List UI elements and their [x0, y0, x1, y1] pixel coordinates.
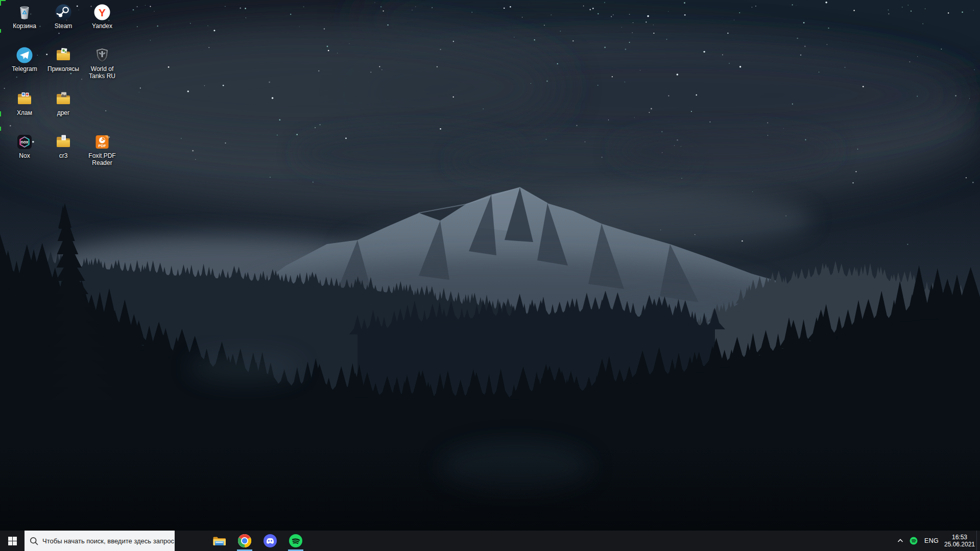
taskbar-app-spotify[interactable]: [283, 531, 308, 551]
system-tray: ENG 16:53 25.06.2021: [894, 531, 980, 551]
world-of-tanks-shield-icon: [93, 46, 111, 64]
tray-language-indicator[interactable]: ENG: [920, 531, 943, 551]
desktop-icon-nox[interactable]: nox Nox: [5, 133, 44, 159]
icon-label: Telegram: [5, 65, 44, 73]
desktop-icon-steam[interactable]: Steam: [44, 4, 83, 30]
search-icon: [30, 537, 38, 545]
taskbar-apps: [206, 531, 308, 551]
tray-date: 25.06.2021: [944, 541, 975, 548]
desktop-icon-recycle-bin[interactable]: Корзина: [5, 4, 44, 30]
spotify-icon: [289, 534, 303, 548]
capture-border-mark: [0, 29, 1, 33]
desktop-icon-foxit[interactable]: PDF Foxit PDF Reader: [83, 133, 122, 166]
capture-border-mark: [0, 0, 1, 6]
svg-text:PDF: PDF: [99, 143, 106, 148]
wallpaper-night-mountain: [0, 0, 980, 531]
icon-label: дрег: [44, 109, 83, 116]
svg-text:nox: nox: [20, 139, 28, 145]
windows-logo-icon: [8, 537, 17, 545]
desktop-icon-folder-khlam[interactable]: Хлам: [5, 90, 44, 116]
taskbar-app-file-explorer[interactable]: [206, 531, 232, 551]
discord-icon: [263, 534, 277, 548]
desktop-icon-folder-cr3[interactable]: cr3: [44, 133, 83, 159]
recycle-bin-icon: [16, 4, 33, 21]
desktop-icon-telegram[interactable]: Telegram: [5, 46, 44, 73]
icon-label: Nox: [5, 152, 44, 159]
icon-label: Steam: [44, 22, 83, 30]
tray-time: 16:53: [952, 534, 967, 541]
icon-label: Yandex: [83, 22, 122, 30]
icon-label: Корзина: [5, 22, 44, 30]
desktop-icon-yandex[interactable]: Y Yandex: [83, 4, 122, 30]
foxit-pdf-icon: PDF: [93, 133, 111, 151]
taskbar-app-chrome[interactable]: [232, 531, 257, 551]
folder-icon: [55, 90, 72, 108]
chrome-icon: [237, 534, 252, 548]
folder-icon: [55, 46, 72, 64]
chevron-up-icon: [897, 539, 903, 543]
tray-clock[interactable]: 16:53 25.06.2021: [943, 531, 976, 551]
desktop-icon-folder-prikolyasy[interactable]: Приколясы: [44, 46, 83, 73]
taskbar-app-discord[interactable]: [257, 531, 283, 551]
show-desktop-button[interactable]: [976, 531, 980, 551]
icon-label: Приколясы: [44, 65, 83, 73]
capture-border-mark: [0, 127, 1, 131]
icon-label: Хлам: [5, 109, 44, 116]
folder-icon: [16, 90, 33, 108]
desktop-icon-world-of-tanks[interactable]: World of Tanks RU: [83, 46, 122, 80]
svg-text:Y: Y: [99, 7, 106, 18]
tray-show-hidden-icons[interactable]: [894, 531, 907, 551]
start-button[interactable]: [0, 531, 25, 551]
taskbar: ENG 16:53 25.06.2021: [0, 531, 980, 551]
telegram-icon: [16, 46, 33, 64]
icon-label: Foxit PDF Reader: [83, 152, 122, 166]
nox-icon: nox: [16, 133, 33, 151]
desktop-icon-folder-dreg[interactable]: дрег: [44, 90, 83, 116]
steam-icon: [55, 4, 72, 21]
icon-label: cr3: [44, 152, 83, 159]
folder-icon: [55, 133, 72, 151]
icon-label: World of Tanks RU: [83, 65, 122, 80]
search-input[interactable]: [42, 537, 175, 545]
tray-spotify[interactable]: [907, 531, 920, 551]
yandex-browser-icon: Y: [93, 4, 111, 21]
spotify-tray-icon: [910, 537, 918, 545]
file-explorer-icon: [212, 534, 226, 548]
taskbar-search[interactable]: [25, 531, 175, 551]
capture-border-mark: [0, 111, 1, 116]
